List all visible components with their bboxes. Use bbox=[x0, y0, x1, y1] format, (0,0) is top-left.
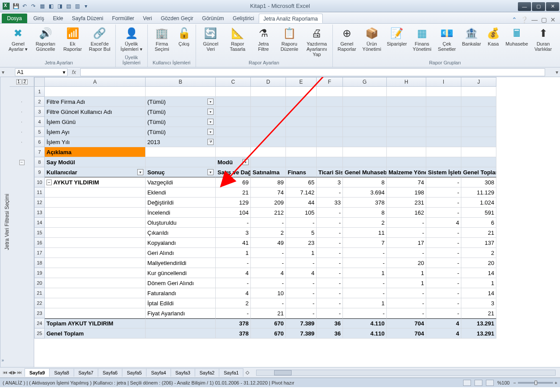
cell[interactable]: 11 bbox=[343, 228, 387, 238]
cell[interactable]: 4 bbox=[426, 328, 461, 339]
cell[interactable]: - bbox=[251, 218, 286, 228]
firma-secimi-button[interactable]: 🏢Firma Seçimi bbox=[150, 25, 175, 53]
sheet-tab[interactable]: Sayfa7 bbox=[74, 368, 98, 377]
window-restore-icon[interactable]: ▢ bbox=[541, 16, 547, 23]
tab-jetra[interactable]: Jetra Analiz Raporlama bbox=[259, 14, 323, 23]
cell[interactable]: 7.142 bbox=[286, 187, 317, 198]
cell[interactable]: Maliyetlendirildi bbox=[146, 258, 216, 268]
row-header[interactable]: 22 bbox=[34, 298, 45, 308]
sheet-nav-last-icon[interactable]: ⏭ bbox=[17, 370, 22, 375]
cell[interactable]: 7.389 bbox=[286, 318, 317, 328]
cell[interactable]: 1 bbox=[343, 298, 387, 308]
filter-drop-icon[interactable]: ▾ bbox=[243, 159, 249, 165]
cell[interactable]: 3 bbox=[216, 228, 251, 238]
cell[interactable] bbox=[317, 137, 343, 147]
cell[interactable]: - bbox=[251, 248, 286, 258]
cell[interactable] bbox=[146, 328, 216, 339]
cell[interactable]: Say Modül bbox=[45, 157, 146, 167]
sheet-tab[interactable]: Sayfa4 bbox=[146, 368, 171, 377]
cell[interactable] bbox=[387, 127, 426, 137]
cikis-button[interactable]: 🔓Çıkış bbox=[175, 25, 194, 47]
cell[interactable]: - bbox=[317, 278, 343, 288]
name-box-drop-icon[interactable]: ▾ bbox=[63, 69, 65, 75]
cell[interactable]: - bbox=[387, 308, 426, 318]
siparisler-button[interactable]: 📝Siparişler bbox=[384, 25, 410, 47]
cell[interactable]: 162 bbox=[387, 208, 426, 218]
cell[interactable]: Satınalma bbox=[251, 167, 286, 177]
cell[interactable] bbox=[426, 97, 461, 107]
row-header[interactable]: 4 bbox=[34, 117, 45, 127]
cell[interactable]: Vazgeçildi bbox=[146, 177, 216, 187]
cell[interactable]: 13.291 bbox=[461, 318, 496, 328]
col-header[interactable]: F bbox=[317, 77, 343, 87]
qat-item-icon[interactable]: ◨ bbox=[56, 3, 63, 10]
cell[interactable]: 2 bbox=[461, 248, 496, 258]
cell[interactable]: - bbox=[317, 248, 343, 258]
row-header[interactable]: 9 bbox=[34, 167, 45, 177]
cell[interactable]: - bbox=[216, 258, 251, 268]
cell[interactable] bbox=[461, 97, 496, 107]
row-header[interactable]: 12 bbox=[34, 198, 45, 208]
cell[interactable] bbox=[286, 127, 317, 137]
col-header[interactable]: J bbox=[461, 77, 496, 87]
col-header[interactable]: C bbox=[216, 77, 251, 87]
qat-redo-icon[interactable]: ↷ bbox=[30, 3, 37, 10]
cell[interactable]: Sonuç▾ bbox=[146, 167, 216, 177]
qat-item-icon[interactable]: ▦ bbox=[39, 3, 46, 10]
view-normal-button[interactable] bbox=[463, 380, 471, 386]
cell[interactable]: 1 bbox=[343, 268, 387, 278]
cell[interactable] bbox=[146, 318, 216, 328]
cell[interactable] bbox=[461, 147, 496, 157]
cell[interactable]: - bbox=[426, 308, 461, 318]
row-header[interactable]: 8 bbox=[34, 157, 45, 167]
cell[interactable] bbox=[426, 127, 461, 137]
cell[interactable]: 1 bbox=[216, 248, 251, 258]
cell[interactable]: Genel Muhasebe bbox=[343, 167, 387, 177]
cell[interactable]: - bbox=[426, 198, 461, 208]
cell[interactable]: - bbox=[286, 308, 317, 318]
cell[interactable] bbox=[216, 97, 251, 107]
cell[interactable] bbox=[45, 258, 146, 268]
tab-gorunum[interactable]: Görünüm bbox=[198, 14, 228, 23]
guncel-veri-button[interactable]: 🔄Güncel Veri bbox=[198, 25, 224, 53]
sheet-tab[interactable]: Sayfa1 bbox=[219, 368, 243, 377]
tab-gozden-gecir[interactable]: Gözden Geçir bbox=[157, 14, 198, 23]
fx-icon[interactable]: fx bbox=[72, 69, 76, 75]
cell[interactable]: 21 bbox=[216, 187, 251, 198]
cell[interactable] bbox=[216, 87, 251, 97]
cell[interactable]: 14 bbox=[461, 268, 496, 278]
cell[interactable]: - bbox=[251, 298, 286, 308]
row-header[interactable]: 21 bbox=[34, 288, 45, 298]
cell[interactable]: - bbox=[286, 258, 317, 268]
cell[interactable]: 4 bbox=[216, 288, 251, 298]
cell[interactable]: 129 bbox=[216, 198, 251, 208]
genel-raporlar-button[interactable]: ⊕Genel Raporlar bbox=[335, 25, 360, 53]
cell[interactable] bbox=[343, 137, 387, 147]
cell[interactable]: 4 bbox=[216, 268, 251, 278]
row-header[interactable]: 18 bbox=[34, 258, 45, 268]
cell[interactable]: 4.110 bbox=[343, 318, 387, 328]
cell[interactable]: Malzeme Yönetimi bbox=[387, 167, 426, 177]
cell[interactable]: - bbox=[343, 248, 387, 258]
cell[interactable] bbox=[387, 137, 426, 147]
row-header[interactable]: 10 bbox=[34, 177, 45, 187]
cell[interactable]: Satış ve Dağıtım bbox=[216, 167, 251, 177]
jetra-sidebar[interactable]: » Jetra Veri Filtresi Seçimi bbox=[0, 77, 10, 367]
cell[interactable]: 704 bbox=[387, 318, 426, 328]
cell[interactable] bbox=[426, 157, 461, 167]
cell[interactable]: - bbox=[317, 208, 343, 218]
cell[interactable]: 10 bbox=[251, 288, 286, 298]
cell[interactable]: 231 bbox=[387, 198, 426, 208]
cell[interactable] bbox=[426, 107, 461, 117]
col-header[interactable]: E bbox=[286, 77, 317, 87]
cell[interactable] bbox=[286, 147, 317, 157]
cell[interactable]: Toplam AYKUT YILDIRIM bbox=[45, 318, 146, 328]
cell[interactable] bbox=[216, 147, 251, 157]
cell[interactable] bbox=[251, 107, 286, 117]
cell[interactable] bbox=[286, 137, 317, 147]
cell[interactable] bbox=[317, 97, 343, 107]
cell[interactable]: 74 bbox=[387, 177, 426, 187]
cell[interactable] bbox=[343, 97, 387, 107]
cell[interactable]: - bbox=[343, 288, 387, 298]
cell[interactable]: 704 bbox=[387, 328, 426, 339]
